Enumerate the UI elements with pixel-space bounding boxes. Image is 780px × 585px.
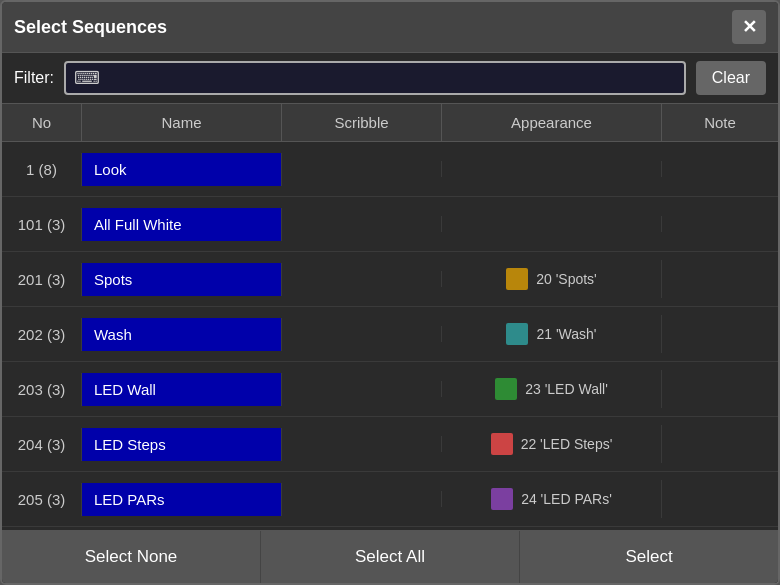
keyboard-icon: ⌨ [74,67,100,89]
cell-scribble [282,491,442,507]
select-button[interactable]: Select [520,531,778,583]
cell-appearance: 24 'LED PARs' [442,480,662,518]
appearance-text: 20 'Spots' [536,271,597,287]
cell-name: LED PARs [82,483,282,516]
cell-appearance [442,161,662,177]
cell-no: 205 (3) [2,483,82,516]
cell-scribble [282,271,442,287]
title-bar: Select Sequences ✕ [2,2,778,53]
dialog-title: Select Sequences [14,17,167,38]
cell-note [662,271,778,287]
cell-scribble [282,326,442,342]
cell-name: LED Steps [82,428,282,461]
select-none-button[interactable]: Select None [2,531,261,583]
cell-name: Look [82,153,282,186]
table-row[interactable]: 205 (3)LED PARs24 'LED PARs' [2,472,778,527]
table-row[interactable]: 204 (3)LED Steps22 'LED Steps' [2,417,778,472]
cell-name: All Full White [82,208,282,241]
cell-scribble [282,161,442,177]
cell-scribble [282,216,442,232]
cell-no: 202 (3) [2,318,82,351]
appearance-text: 21 'Wash' [536,326,596,342]
appearance-text: 22 'LED Steps' [521,436,613,452]
cell-note [662,161,778,177]
color-swatch [491,433,513,455]
appearance-text: 23 'LED Wall' [525,381,608,397]
cell-note [662,216,778,232]
col-header-name: Name [82,104,282,141]
cell-no: 204 (3) [2,428,82,461]
table-row[interactable]: 203 (3)LED Wall23 'LED Wall' [2,362,778,417]
filter-input[interactable] [106,69,676,87]
color-swatch [506,268,528,290]
select-all-button[interactable]: Select All [261,531,520,583]
cell-appearance: 20 'Spots' [442,260,662,298]
cell-no: 203 (3) [2,373,82,406]
filter-input-wrap: ⌨ [64,61,686,95]
table-header: No Name Scribble Appearance Note [2,104,778,142]
cell-no: 201 (3) [2,263,82,296]
table-row[interactable]: 101 (3)All Full White [2,197,778,252]
color-swatch [495,378,517,400]
cell-appearance: 21 'Wash' [442,315,662,353]
cell-scribble [282,436,442,452]
table-row[interactable]: 201 (3)Spots20 'Spots' [2,252,778,307]
cell-note [662,381,778,397]
col-header-no: No [2,104,82,141]
filter-label: Filter: [14,69,54,87]
cell-note [662,326,778,342]
appearance-text: 24 'LED PARs' [521,491,612,507]
cell-appearance: 22 'LED Steps' [442,425,662,463]
cell-no: 101 (3) [2,208,82,241]
cell-note [662,436,778,452]
clear-button[interactable]: Clear [696,61,766,95]
cell-no: 1 (8) [2,153,82,186]
filter-bar: Filter: ⌨ Clear [2,53,778,104]
col-header-scribble: Scribble [282,104,442,141]
cell-note [662,491,778,507]
cell-scribble [282,381,442,397]
table-row[interactable]: 1 (8)Look [2,142,778,197]
col-header-appearance: Appearance [442,104,662,141]
close-button[interactable]: ✕ [732,10,766,44]
color-swatch [491,488,513,510]
table-row[interactable]: 202 (3)Wash21 'Wash' [2,307,778,362]
footer: Select None Select All Select [2,530,778,583]
cell-name: Spots [82,263,282,296]
cell-appearance [442,216,662,232]
cell-appearance: 23 'LED Wall' [442,370,662,408]
select-sequences-dialog: Select Sequences ✕ Filter: ⌨ Clear No Na… [0,0,780,585]
cell-name: Wash [82,318,282,351]
color-swatch [506,323,528,345]
cell-name: LED Wall [82,373,282,406]
col-header-note: Note [662,104,778,141]
table-body: 1 (8)Look101 (3)All Full White201 (3)Spo… [2,142,778,530]
